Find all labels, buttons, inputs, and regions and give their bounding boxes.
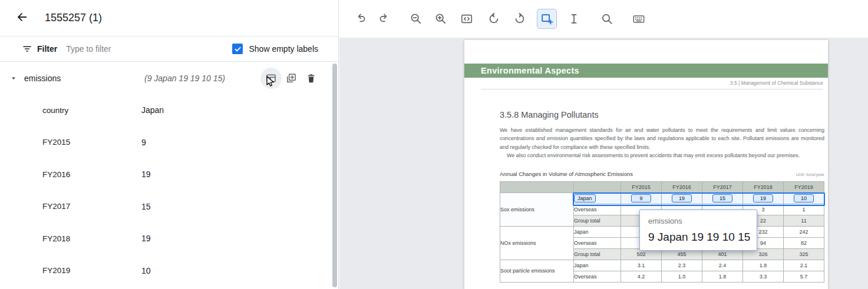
doc-table-cell[interactable]: 1 [784,204,824,215]
label-group-row-emissions[interactable]: emissions (9 Japan 19 19 10 15) [0,62,338,94]
text-cursor-button[interactable] [564,9,584,29]
doc-table-cell[interactable]: 1.8 [702,271,743,283]
doc-table-cell[interactable]: 15 [702,193,743,204]
doc-table-group-cell[interactable]: Soot particle emissions [500,260,574,283]
annotation-box[interactable]: 9 [631,194,651,202]
search-button[interactable] [597,9,617,29]
label-value: 10 [141,266,151,275]
doc-table-row: Soot particle emissionsJapan3.12.32.41.8… [500,260,824,271]
paragraph: We have established management standards… [500,126,824,151]
checkbox-checked-icon [232,44,243,54]
doc-table-cell[interactable]: 3.1 [621,260,662,271]
doc-table-cell[interactable]: 242 [784,227,824,238]
doc-table-header-cell: FY2015 [621,182,662,193]
doc-table-header-cell [500,182,574,193]
add-copy-icon [285,72,297,84]
code-view-button[interactable] [457,9,477,29]
doc-table-cell[interactable]: Japan [574,260,621,271]
label-value: 15 [141,202,151,211]
zoom-in-icon [434,12,447,25]
doc-table-cell[interactable]: 325 [784,249,824,260]
doc-table-cell[interactable]: 2.1 [784,260,824,271]
label-name: FY2018 [0,234,70,243]
document-viewport[interactable]: Environmental Aspects 3.5 | Management o… [339,38,868,289]
app-root: 1555257 (1) Filter Show empty labels emi… [0,0,868,289]
filter-input[interactable] [65,44,191,54]
zoom-in-button[interactable] [431,9,451,29]
zoom-out-button[interactable] [406,9,426,29]
section-reference: 3.5 | Management of Chemical Substance [481,80,823,89]
duplicate-button[interactable] [285,72,297,84]
label-group-actions [265,72,317,84]
filter-icon [22,44,32,54]
show-empty-labels-label: Show empty labels [249,44,318,54]
doc-table-cell[interactable]: 9 [621,193,662,204]
doc-table-header-cell: FY2018 [743,182,784,193]
label-value: 19 [141,234,151,243]
add-region-button[interactable] [537,9,557,29]
annotation-box[interactable]: Japan [574,194,596,202]
annotation-box[interactable]: 19 [753,194,773,202]
label-name: FY2015 [0,138,70,147]
doc-table-cell[interactable]: 1.8 [743,260,784,271]
search-icon [600,12,613,25]
annotation-box[interactable]: 19 [672,194,692,202]
doc-table-cell[interactable]: Japan [574,193,621,204]
redo-button[interactable] [374,9,394,29]
tooltip-value: 9 Japan 19 19 10 15 [648,231,748,244]
doc-table-cell[interactable]: 19 [662,193,702,204]
doc-table-cell[interactable]: 11 [784,215,824,227]
doc-table-cell[interactable]: 2.3 [662,260,702,271]
doc-table-cell[interactable]: 1.0 [662,271,702,283]
section-heading: 3.5.8 Managing Pollutants [500,110,599,119]
show-empty-labels-toggle[interactable]: Show empty labels [232,44,318,54]
doc-table-cell[interactable]: 4.2 [621,271,662,283]
doc-table-cell[interactable]: Japan [574,227,621,238]
scrollbar-thumb[interactable] [332,64,337,287]
doc-table-cell[interactable]: 2.4 [702,260,743,271]
back-button[interactable] [14,11,29,26]
label-name: FY2019 [0,266,70,275]
doc-table-cell[interactable]: Overseas [574,271,621,283]
body-text: We have established management standards… [500,126,824,160]
label-group-name: emissions [24,74,61,83]
annotation-box[interactable]: 10 [794,194,814,202]
annotation-box[interactable]: 15 [712,194,732,202]
doc-table-header-cell: FY2016 [662,182,702,193]
label-value: 19 [141,170,151,179]
doc-table-cell[interactable]: 5.7 [784,271,824,283]
label-row-FY2016[interactable]: FY201619 [0,158,338,191]
doc-table-group-cell[interactable]: NOx emissions [500,227,574,260]
doc-table-group-cell[interactable]: Sox emissions [500,193,574,227]
doc-table-cell[interactable]: 19 [743,193,784,204]
label-row-FY2019[interactable]: FY201910 [0,255,338,287]
label-row-FY2017[interactable]: FY201715 [0,191,338,223]
rotate-left-button[interactable] [484,9,504,29]
caret-down-icon[interactable] [10,75,17,82]
filter-bar: Filter Show empty labels [0,36,338,62]
delete-button[interactable] [305,72,317,84]
keyboard-button[interactable] [629,9,649,29]
label-row-FY2015[interactable]: FY20159 [0,127,338,159]
annotation-tooltip: emissions 9 Japan 19 19 10 15 [639,210,757,251]
doc-table-cell[interactable]: 10 [784,193,824,204]
zoom-out-icon [410,12,423,25]
doc-table-cell[interactable]: Group total [574,249,621,260]
tooltip-label: emissions [648,217,748,225]
label-row-country[interactable]: countryJapan [0,94,338,127]
label-row-FY2018[interactable]: FY201819 [0,222,338,255]
label-value: 9 [141,138,146,147]
table-annotation-button[interactable] [265,72,277,84]
doc-table-cell[interactable]: Overseas [574,238,621,249]
label-children: countryJapanFY20159FY201619FY201715FY201… [0,94,338,287]
redo-icon [378,12,391,25]
table-icon [265,72,277,84]
undo-icon [354,12,367,25]
doc-table-cell[interactable]: Overseas [574,204,621,215]
undo-button[interactable] [351,9,371,29]
doc-table-cell[interactable]: 82 [784,238,824,249]
rotate-right-button[interactable] [510,9,530,29]
doc-table-cell[interactable]: 3.3 [743,271,784,283]
doc-table-cell[interactable]: Group total [574,215,621,227]
doc-table-header-row: FY2015FY2016FY2017FY2018FY2019 [500,182,824,193]
